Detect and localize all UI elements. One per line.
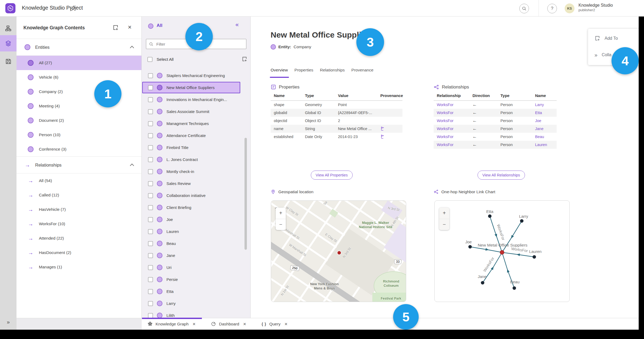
entity-type-item[interactable]: Company (2): [17, 84, 141, 99]
relationship-link[interactable]: WorksFor: [434, 133, 469, 141]
related-entity-link[interactable]: Lauren: [532, 141, 557, 149]
entity-instance-item[interactable]: Etta: [142, 286, 240, 297]
zoom-in-button[interactable]: +: [439, 208, 449, 219]
close-tab-icon[interactable]: ×: [284, 321, 287, 327]
entity-type-item[interactable]: Document (2): [17, 113, 141, 128]
entity-instance-item[interactable]: New Metal Office Suppliers: [142, 82, 240, 93]
entity-type-item[interactable]: Vehicle (6): [17, 70, 141, 84]
item-checkbox[interactable]: [148, 157, 153, 162]
item-checkbox[interactable]: [148, 181, 153, 186]
provenance-flag-icon[interactable]: [380, 126, 385, 131]
node-jane[interactable]: [481, 281, 484, 285]
zoom-out-button[interactable]: −: [439, 219, 449, 230]
avatar[interactable]: KS: [565, 3, 574, 13]
link-chart-canvas[interactable]: Etta Larry Joe Lauren Jane Beau New Meta…: [435, 201, 570, 302]
item-checkbox[interactable]: [148, 133, 153, 138]
entity-instance-item[interactable]: Beau: [142, 238, 240, 249]
item-checkbox[interactable]: [148, 97, 153, 102]
select-all-checkbox[interactable]: [148, 57, 152, 62]
edit-title-icon[interactable]: [70, 5, 76, 11]
entity-instance-item[interactable]: Firebird Title: [142, 142, 240, 153]
item-checkbox[interactable]: [148, 253, 153, 258]
tab-properties[interactable]: Properties: [295, 68, 313, 72]
view-all-relationships-button[interactable]: View All Relationships: [478, 171, 525, 180]
item-checkbox[interactable]: [148, 205, 153, 210]
view-all-properties-button[interactable]: View All Properties: [311, 171, 353, 180]
add-to-button[interactable]: Add To: [588, 33, 643, 44]
relationship-type-item[interactable]: → HasVehicle (7): [17, 202, 141, 217]
entities-section-header[interactable]: Entities: [17, 39, 141, 55]
item-checkbox[interactable]: [148, 85, 153, 90]
relationship-type-item[interactable]: → WorksFor (10): [17, 217, 141, 231]
related-entity-link[interactable]: Larry: [532, 101, 557, 109]
entity-instance-item[interactable]: Sales Associate Summit: [142, 106, 240, 117]
rail-expand-button[interactable]: »: [0, 317, 17, 327]
entity-type-item[interactable]: Meeting (4): [17, 99, 141, 113]
related-entity-link[interactable]: Joe: [532, 117, 557, 125]
search-button[interactable]: [519, 4, 529, 13]
relationship-link[interactable]: WorksFor: [434, 101, 469, 109]
item-checkbox[interactable]: [148, 313, 153, 318]
entity-type-item[interactable]: All (27): [17, 56, 141, 70]
entity-instance-item[interactable]: Attendance Certificate: [142, 130, 240, 141]
help-button[interactable]: ?: [547, 4, 557, 13]
item-checkbox[interactable]: [148, 277, 153, 282]
node-beau[interactable]: [513, 286, 516, 290]
entity-type-item[interactable]: Person (10): [17, 128, 141, 142]
related-entity-link[interactable]: Beau: [532, 133, 557, 141]
add-to-map-icon[interactable]: [112, 25, 119, 31]
rail-save-button[interactable]: [0, 53, 17, 70]
user-identity[interactable]: Knowledge Studio publisher2: [578, 3, 613, 13]
tab-dashboard[interactable]: Dashboard ×: [211, 321, 246, 327]
rail-schema-button[interactable]: [0, 20, 17, 37]
entity-instance-item[interactable]: Innovations in Mechanical Engin...: [142, 94, 240, 105]
entity-type-item[interactable]: Conference (3): [17, 142, 141, 156]
close-panel-icon[interactable]: ×: [128, 23, 132, 31]
map-canvas[interactable]: k Rd W Clay St Sa Marshall St W Marshall…: [271, 201, 406, 302]
collapse-panel-icon[interactable]: «: [235, 21, 239, 28]
close-tab-icon[interactable]: ×: [193, 321, 195, 327]
item-checkbox[interactable]: [148, 121, 153, 126]
entity-instance-item[interactable]: Sales Review: [142, 178, 240, 189]
tab-overview[interactable]: Overview: [271, 68, 288, 72]
entity-instance-item[interactable]: Uri: [142, 262, 240, 273]
tab-relationships[interactable]: Relationships: [320, 68, 345, 72]
entity-instance-item[interactable]: Lilith: [142, 310, 240, 318]
entity-instance-item[interactable]: Larry: [142, 298, 240, 309]
zoom-in-button[interactable]: +: [276, 208, 286, 219]
map-location-marker[interactable]: [337, 251, 341, 255]
relationships-section-header[interactable]: → Relationships: [17, 157, 141, 173]
entity-instance-item[interactable]: Collaboration initiative: [142, 190, 240, 201]
entity-instance-item[interactable]: Montly check-in: [142, 166, 240, 177]
relationship-link[interactable]: WorksFor: [434, 109, 469, 117]
list-scrollbar[interactable]: [244, 138, 247, 250]
item-checkbox[interactable]: [148, 265, 153, 270]
entity-instance-item[interactable]: Joe: [142, 214, 240, 225]
entity-instance-item[interactable]: Lauren: [142, 226, 240, 237]
related-entity-link[interactable]: Jane: [532, 125, 557, 133]
entity-instance-item[interactable]: Persie: [142, 274, 240, 285]
tab-knowledge-graph[interactable]: Knowledge Graph ×: [148, 321, 195, 327]
related-entity-link[interactable]: Etta: [532, 109, 557, 117]
item-checkbox[interactable]: [148, 289, 153, 294]
relationship-link[interactable]: WorksFor: [434, 125, 469, 133]
rail-contents-button[interactable]: [0, 35, 17, 51]
item-checkbox[interactable]: [148, 193, 153, 198]
relationship-type-item[interactable]: → Attended (22): [17, 231, 141, 245]
item-checkbox[interactable]: [148, 145, 153, 150]
node-joe[interactable]: [468, 245, 472, 249]
relationship-link[interactable]: WorksFor: [434, 117, 469, 125]
entity-instance-item[interactable]: L. Jones Contract: [142, 154, 240, 165]
relationship-type-item[interactable]: → HasDocument (2): [17, 245, 141, 260]
add-to-map-icon[interactable]: [242, 56, 247, 62]
tab-query[interactable]: { } Query ×: [262, 321, 287, 327]
select-all-row[interactable]: Select All: [142, 54, 251, 65]
relationship-type-item[interactable]: → All (54): [17, 173, 141, 188]
relationship-link[interactable]: WorksFor: [434, 141, 469, 149]
item-checkbox[interactable]: [148, 109, 153, 114]
relationship-type-item[interactable]: → Called (12): [17, 188, 141, 202]
provenance-flag-icon[interactable]: [380, 134, 385, 139]
relationship-type-item[interactable]: → Manages (1): [17, 260, 141, 274]
item-checkbox[interactable]: [148, 217, 153, 222]
tab-provenance[interactable]: Provenance: [351, 68, 373, 72]
